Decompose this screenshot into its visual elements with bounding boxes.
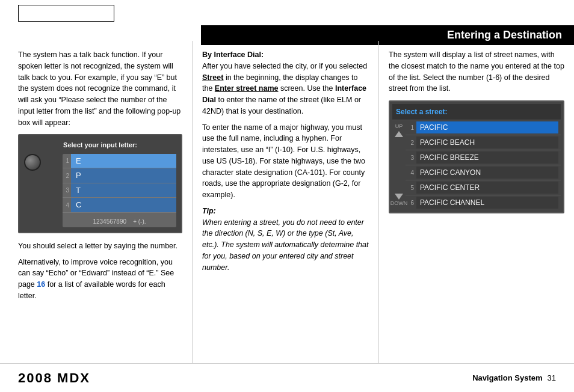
street-rows: 1 PACIFIC 2 PACIFIC BEACH 3 PACIFIC BREE… bbox=[406, 120, 561, 210]
street-controls: UP DOWN bbox=[392, 120, 406, 210]
list-item: 6 PACIFIC CHANNEL bbox=[406, 195, 561, 210]
middle-column: By Interface Dial: After you have select… bbox=[193, 41, 379, 363]
list-item: 2 P bbox=[63, 168, 176, 183]
left-column: The system has a talk back function. If … bbox=[0, 41, 193, 363]
list-item: 5 PACIFIC CENTER bbox=[406, 180, 561, 195]
list-item: 3 PACIFIC BREEZE bbox=[406, 150, 561, 165]
footer-model: 2008 MDX bbox=[18, 370, 90, 386]
left-body-text-2: You should select a letter by saying the… bbox=[18, 240, 182, 252]
footer: 2008 MDX Navigation System 31 bbox=[0, 363, 574, 392]
footer-nav: Navigation System 31 bbox=[472, 373, 556, 382]
page-number: 31 bbox=[548, 373, 556, 382]
list-item: 3 T bbox=[63, 183, 176, 198]
down-arrow-icon[interactable] bbox=[395, 194, 403, 200]
page-link[interactable]: 16 bbox=[37, 280, 45, 289]
number-row: 1234567890 + (-). bbox=[63, 216, 176, 227]
list-item: 1 E bbox=[63, 154, 176, 169]
list-item: 2 PACIFIC BEACH bbox=[406, 135, 561, 150]
left-body-text-1: The system has a talk back function. If … bbox=[18, 49, 182, 128]
street-select-title: Select a street: bbox=[392, 104, 561, 120]
up-arrow-icon[interactable] bbox=[395, 131, 403, 137]
list-item: 1 PACIFIC bbox=[406, 120, 561, 135]
list-item: 4 C bbox=[63, 198, 176, 213]
left-body-text-3: Alternatively, to improve voice recognit… bbox=[18, 257, 182, 302]
right-body-text: The system will display a list of street… bbox=[389, 49, 564, 94]
tip-para: Tip: When entering a street, you do not … bbox=[202, 206, 369, 274]
by-interface-heading: By Interface Dial: After you have select… bbox=[202, 49, 369, 117]
highway-para: To enter the name of a major highway, yo… bbox=[202, 122, 369, 201]
input-letter-box: Select your input letter: 1 E 2 P 3 T bbox=[18, 134, 182, 233]
content-area: The system has a talk back function. If … bbox=[0, 41, 574, 363]
header-box bbox=[18, 5, 114, 22]
list-item: 4 PACIFIC CANYON bbox=[406, 165, 561, 180]
nav-system-label: Navigation System bbox=[472, 373, 542, 382]
street-list-area: UP DOWN 1 PACIFIC 2 PACIFIC BEACH bbox=[392, 120, 561, 210]
input-letter-title: Select your input letter: bbox=[24, 140, 176, 150]
street-select-box: Select a street: UP DOWN 1 PACIFIC 2 bbox=[389, 100, 564, 213]
letter-list: 1 E 2 P 3 T 4 C 1234567890 bbox=[63, 154, 176, 227]
dial-knob[interactable] bbox=[24, 154, 41, 171]
right-column: The system will display a list of street… bbox=[379, 41, 574, 363]
